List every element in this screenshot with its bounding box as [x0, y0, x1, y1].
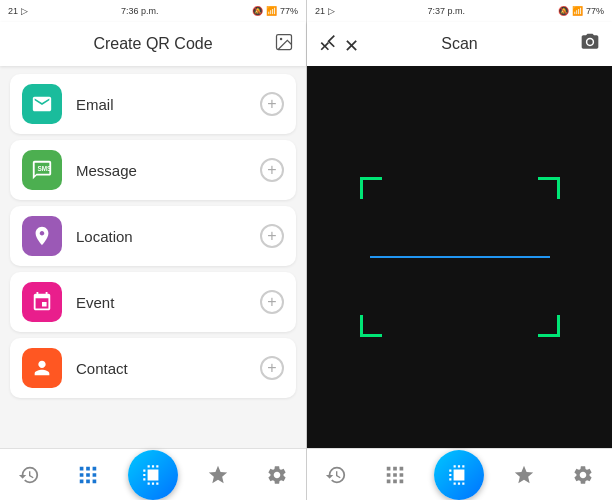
nav-favorites-right[interactable]	[505, 460, 543, 490]
location-icon-box	[22, 216, 62, 256]
status-left-icons: 🔕 📶 77%	[252, 6, 298, 16]
menu-label-location: Location	[76, 228, 260, 245]
status-right-icons: 🔕 📶 77%	[558, 6, 604, 16]
create-qr-button[interactable]	[128, 450, 178, 500]
menu-list: Email + SMS Message + Location + Event +	[0, 66, 306, 448]
nav-grid-right[interactable]	[376, 460, 414, 490]
svg-point-1	[280, 37, 283, 40]
scan-frame	[360, 177, 560, 337]
left-panel: 21 ▷ 7:36 p.m. 🔕 📶 77% Create QR Code Em…	[0, 0, 306, 500]
email-icon-box	[22, 84, 62, 124]
add-contact-button[interactable]: +	[260, 356, 284, 380]
corner-br	[538, 315, 560, 337]
status-left-time: 7:36 p.m.	[121, 6, 159, 16]
scan-line	[370, 256, 550, 258]
nav-settings-right[interactable]	[564, 460, 602, 490]
scan-qr-button[interactable]	[434, 450, 484, 500]
nav-settings-left[interactable]	[258, 460, 296, 490]
page-title-right: Scan	[441, 35, 477, 53]
page-title-left: Create QR Code	[93, 35, 212, 53]
message-icon-box: SMS	[22, 150, 62, 190]
status-bar-left: 21 ▷ 7:36 p.m. 🔕 📶 77%	[0, 0, 306, 22]
corner-tl	[360, 177, 382, 199]
menu-item-location[interactable]: Location +	[10, 206, 296, 266]
svg-text:SMS: SMS	[37, 165, 52, 172]
menu-label-contact: Contact	[76, 360, 260, 377]
status-left-text: 21 ▷	[8, 6, 28, 16]
menu-label-email: Email	[76, 96, 260, 113]
gallery-icon[interactable]	[274, 32, 294, 57]
event-icon-box	[22, 282, 62, 322]
right-panel: 21 ▷ 7:37 p.m. 🔕 📶 77% ✕ Scan	[306, 0, 612, 500]
corner-bl	[360, 315, 382, 337]
menu-label-event: Event	[76, 294, 260, 311]
nav-grid-left[interactable]	[69, 460, 107, 490]
menu-item-message[interactable]: SMS Message +	[10, 140, 296, 200]
menu-label-message: Message	[76, 162, 260, 179]
menu-item-event[interactable]: Event +	[10, 272, 296, 332]
camera-icon[interactable]	[580, 32, 600, 57]
top-bar-right: ✕ Scan	[307, 22, 612, 66]
status-right-time: 7:37 p.m.	[427, 6, 465, 16]
top-bar-left: Create QR Code	[0, 22, 306, 66]
menu-item-email[interactable]: Email +	[10, 74, 296, 134]
bottom-nav-right	[307, 448, 612, 500]
status-bar-right: 21 ▷ 7:37 p.m. 🔕 📶 77%	[307, 0, 612, 22]
nav-favorites-left[interactable]	[199, 460, 237, 490]
corner-tr	[538, 177, 560, 199]
contact-icon-box	[22, 348, 62, 388]
nav-history-left[interactable]	[10, 460, 48, 490]
add-event-button[interactable]: +	[260, 290, 284, 314]
add-location-button[interactable]: +	[260, 224, 284, 248]
back-button[interactable]: ✕	[319, 32, 359, 57]
scanner-area	[307, 66, 612, 448]
add-email-button[interactable]: +	[260, 92, 284, 116]
nav-history-right[interactable]	[317, 460, 355, 490]
add-message-button[interactable]: +	[260, 158, 284, 182]
status-right-text: 21 ▷	[315, 6, 335, 16]
menu-item-contact[interactable]: Contact +	[10, 338, 296, 398]
bottom-nav-left	[0, 448, 306, 500]
